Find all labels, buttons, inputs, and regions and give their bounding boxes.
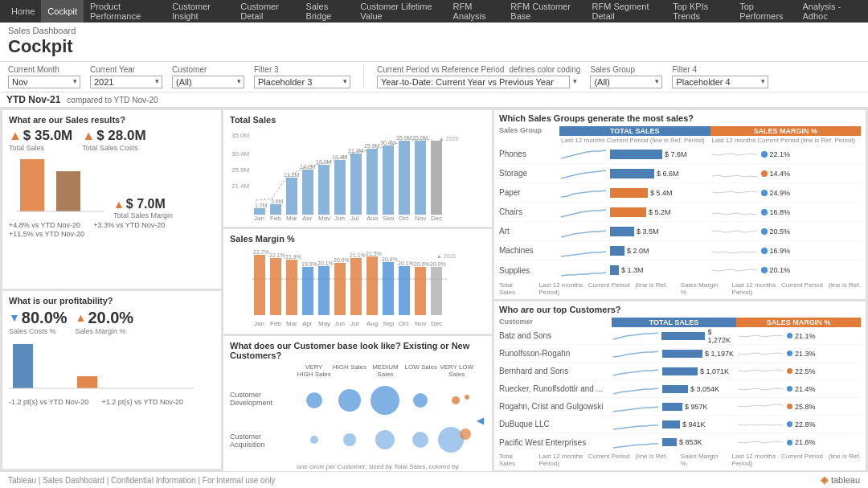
- total-margin-label: Total Sales Margin: [113, 211, 173, 219]
- filter4-select-wrapper[interactable]: Placeholder 4: [672, 76, 768, 88]
- period-select-wrapper[interactable]: Year-to-Date: Current Year vs Previous Y…: [377, 76, 580, 88]
- svg-point-86: [371, 386, 399, 415]
- costs-change: -1.2 pt(s) vs YTD Nov-20: [9, 398, 88, 406]
- svg-rect-4: [77, 376, 97, 388]
- storage-spark: [559, 166, 608, 181]
- tableau-logo-area: ◈ tableau: [821, 474, 860, 486]
- svg-rect-33: [431, 141, 442, 215]
- customer-total-header: TOTAL SALES: [612, 318, 736, 327]
- bernhard-sales-value: $ 1,071K: [700, 367, 729, 375]
- sales-group-filter: Sales Group (All): [590, 65, 662, 88]
- rogahn-sales-value: $ 957K: [685, 403, 708, 411]
- paper-sales-value: $ 5.4M: [650, 189, 673, 197]
- current-year-select-wrapper[interactable]: 2021: [90, 76, 162, 88]
- group-name-art: Art: [499, 227, 559, 236]
- current-month-select[interactable]: Nov: [8, 76, 80, 88]
- batz-margin-value: 21.1%: [795, 332, 816, 340]
- top-navigation: Home Cockpit Product Performance Custome…: [0, 0, 868, 23]
- nav-product-performance[interactable]: Product Performance: [84, 0, 166, 23]
- sales-margin-chart-card: Sales Margin % 22.7% 22.1% 21.9% 19.9%: [223, 229, 492, 334]
- svg-rect-47: [254, 255, 265, 315]
- nav-cockpit[interactable]: Cockpit: [41, 0, 84, 23]
- legend-margin-left: Sales Margin %: [681, 281, 719, 296]
- phones-bar: [610, 150, 662, 159]
- svg-rect-25: [366, 149, 378, 215]
- margin-pct-label: Sales Margin %: [76, 327, 134, 335]
- customer-row-ruecker: Ruecker, Runolfsdottir and ... $ 3,054K …: [499, 380, 861, 398]
- tableau-logo-icon: ◈: [821, 474, 828, 486]
- chairs-margin-spark: [710, 205, 759, 219]
- nav-customer-detail[interactable]: Customer Detail: [234, 0, 299, 23]
- cust-legend-total-info: Last 12 months Current Period (line is R…: [538, 453, 667, 467]
- filter3: Filter 3 Placeholder 3: [254, 65, 350, 88]
- art-spark: [559, 224, 608, 239]
- customer-select[interactable]: (All): [172, 76, 244, 88]
- sales-group-select-wrapper[interactable]: (All): [590, 76, 662, 88]
- customer-row-rogahn: Rogahn, Crist and Gulgowski $ 957K 25.8%: [499, 398, 861, 416]
- current-year-filter: Current Year 2021: [90, 65, 162, 88]
- nav-analysis[interactable]: Analysis - Adhoc: [796, 0, 863, 23]
- svg-text:Feb: Feb: [270, 215, 281, 220]
- customer-select-wrapper[interactable]: (All): [172, 76, 244, 88]
- pacific-sales-value: $ 853K: [679, 438, 702, 446]
- total-sales-section: TOTAL SALES Last 12 months Current Perio…: [559, 126, 710, 145]
- customer-row-runolfsson: Runolfsson-Rogahn $ 1,197K 21.3%: [499, 345, 861, 363]
- nav-top-performers[interactable]: Top Performers: [733, 0, 796, 23]
- customer-base-title: What does our Customer base look like? E…: [230, 341, 485, 360]
- expand-button[interactable]: ◀: [475, 363, 485, 471]
- svg-text:Jun: Jun: [334, 320, 345, 327]
- period-select[interactable]: Year-to-Date: Current Year vs Previous Y…: [377, 76, 570, 88]
- sales-group-select[interactable]: (All): [590, 76, 662, 88]
- filter3-select-wrapper[interactable]: Placeholder 3: [254, 76, 350, 88]
- footer-text: Tableau | Sales Dashboard | Confidential…: [8, 476, 275, 485]
- customer-base-row-labels: Customer Development Customer Acquisitio…: [230, 363, 295, 471]
- storage-margin-value: 14.4%: [770, 170, 791, 178]
- filters-row: Current Month Nov Current Year 2021 Cust…: [0, 62, 868, 92]
- customer-acquisition-label: Customer Acquisition: [230, 420, 295, 461]
- svg-rect-15: [286, 178, 297, 215]
- ts-legend-12m: Last 12 months: [561, 137, 605, 144]
- nav-clv[interactable]: Customer Lifetime Value: [354, 0, 446, 23]
- svg-point-84: [306, 392, 322, 408]
- svg-rect-19: [318, 165, 330, 215]
- svg-text:35.0M: 35.0M: [231, 132, 250, 139]
- nav-sales-bridge[interactable]: Sales Bridge: [300, 0, 354, 23]
- runolfsson-bar: [662, 350, 702, 358]
- nav-customer-insight[interactable]: Customer Insight: [166, 0, 234, 23]
- filter3-select[interactable]: Placeholder 3: [254, 76, 350, 88]
- bernhard-margin-value: 22.5%: [795, 367, 816, 375]
- phones-margin-spark: [710, 147, 759, 162]
- svg-rect-0: [20, 159, 44, 211]
- svg-text:Aug: Aug: [366, 320, 378, 327]
- costs-pct-value: 80.0%: [22, 309, 68, 327]
- svg-text:Dec: Dec: [431, 215, 442, 220]
- nav-top-kpis[interactable]: Top KPIs Trends: [666, 0, 733, 23]
- total-margin-kpi: ▲ $ 7.0M Total Sales Margin: [113, 197, 173, 219]
- supplies-margin-value: 20.1%: [770, 266, 791, 274]
- total-sales-kpi: ▲ $ 35.0M Total Sales: [9, 128, 72, 152]
- current-year-select[interactable]: 2021: [90, 76, 162, 88]
- runolfsson-sales-value: $ 1,197K: [705, 350, 734, 358]
- bernhard-bar: [662, 367, 698, 375]
- svg-text:16.0M: 16.0M: [316, 159, 332, 165]
- customer-row-pacific: Pacific West Enterprises $ 853K 21.6%: [499, 433, 861, 451]
- group-row-supplies: Supplies $ 1.3M 20.1%: [499, 260, 861, 280]
- supplies-sales-value: $ 1.3M: [621, 266, 644, 274]
- svg-rect-61: [366, 256, 378, 315]
- group-row-storage: Storage $ 6.6M 14.4%: [499, 164, 861, 183]
- legend-total-sales-left: Total Sales: [499, 281, 526, 296]
- paper-spark: [559, 186, 608, 200]
- svg-text:11.2M: 11.2M: [284, 172, 300, 178]
- nav-rfm-segment[interactable]: RFM Segment Detail: [586, 0, 667, 23]
- svg-text:Apr: Apr: [302, 320, 313, 327]
- svg-text:Sep: Sep: [383, 215, 395, 220]
- sales-margin-chart-title: Sales Margin %: [230, 234, 485, 244]
- nav-home[interactable]: Home: [5, 0, 41, 23]
- nav-rfm-analysis[interactable]: RFM Analysis: [447, 0, 505, 23]
- costs-pct-kpi: ▼ 80.0% Sales Costs %: [9, 309, 68, 335]
- storage-margin-spark: [710, 166, 759, 181]
- right-panel: Which Sales Groups generate the most sal…: [494, 110, 866, 469]
- filter4-select[interactable]: Placeholder 4: [672, 76, 768, 88]
- nav-rfm-customer-base[interactable]: RFM Customer Base: [504, 0, 585, 23]
- current-month-select-wrapper[interactable]: Nov: [8, 76, 80, 88]
